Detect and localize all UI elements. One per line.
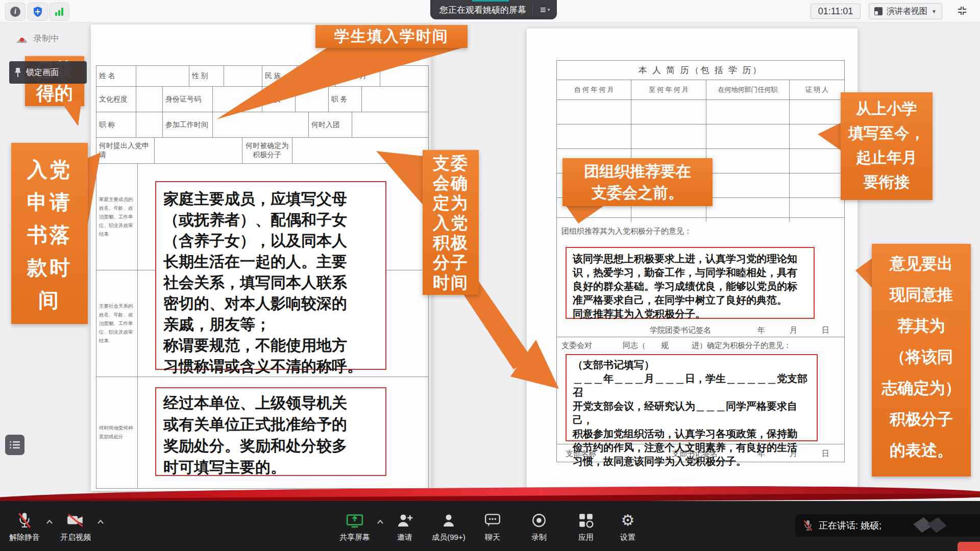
committee-line-label: 支委会对 同志（ 规 进）确定为积极分子的意见：: [561, 341, 791, 350]
unmute-button[interactable]: 解除静音: [1, 509, 48, 542]
members-icon: [440, 512, 457, 529]
form-blank: [297, 66, 335, 86]
exit-fullscreen-button[interactable]: [952, 3, 972, 18]
callout-league-before: 团组织推荐要在 支委会之前。: [562, 158, 713, 206]
form-label-social: 主要社会关系的姓名、年龄、政治面貌、工作单位、职业及政审结果: [96, 270, 138, 377]
form-label: 性 别: [189, 66, 224, 86]
form-label: 出生年月: [335, 66, 380, 86]
meeting-timer: 01:11:01: [811, 4, 861, 19]
pin-icon: [14, 67, 21, 78]
network-quality-button[interactable]: [49, 3, 69, 21]
caret-down-icon: ▾: [548, 7, 550, 12]
form-label: 职 务: [329, 87, 362, 112]
callout-apply-sign-time: 入党申请书落款时间: [11, 143, 88, 324]
form-label-award: 何时何地受何种奖励或处分: [96, 377, 138, 488]
exit-fullscreen-icon: [957, 6, 968, 16]
chat-icon: [484, 512, 501, 529]
callout-resume-range: 从上小学 填写至今， 起止年月 要衔接: [841, 92, 933, 200]
record-label: 录制: [516, 533, 562, 542]
resume-col-witness: 证 明 人: [790, 80, 844, 99]
document-page-left: 姓 名 性 别 民 族 出生年月 文化程度 身份证号码 籍 贯 职 务: [91, 24, 431, 491]
resume-col-from: 自 何 年 何 月: [557, 80, 631, 99]
video-options-chevron[interactable]: [97, 519, 104, 524]
annotation-note-award: 经过本单位、上级领导机关 或有关单位正式批准给予的 奖励处分。奖励和处分较多 时…: [155, 387, 386, 476]
form-blank: [136, 112, 163, 137]
view-mode-button[interactable]: 演讲者视图 ▼: [869, 3, 942, 19]
form-label: 民 族: [262, 66, 297, 86]
form-label: 籍 贯: [262, 87, 296, 112]
form-blank: [362, 87, 428, 112]
settings-button[interactable]: ⚙ 设置: [604, 509, 651, 542]
apps-grid-icon: [578, 512, 594, 529]
panel-toggle-button[interactable]: [5, 435, 24, 455]
form-label-family: 家庭主要成员的姓名、年龄、政治面貌、工作单位、职业及政审结果: [96, 164, 138, 270]
bottom-toolbar: 解除静音 开启视频 共享屏幕: [0, 501, 980, 551]
meeting-window: i 您正在观看姚硕的屏幕 ≡ ▾ 01:11:01: [0, 0, 980, 551]
recording-label: 录制中: [33, 33, 59, 44]
league-opinion-label: 团组织推荐其为入党积极分子的意见：: [561, 227, 692, 236]
share-screen-label: 共享屏幕: [331, 533, 378, 542]
share-screen-button[interactable]: 共享屏幕: [331, 509, 378, 542]
record-icon: [531, 512, 547, 529]
form-label: 何时被确定为 积极分子: [242, 138, 292, 163]
record-button[interactable]: 录制: [516, 509, 562, 542]
invite-person-icon: [397, 512, 413, 529]
brand-watermark: [913, 518, 957, 533]
leave-meeting-button[interactable]: [958, 542, 980, 551]
annotation-league-opinion: 该同学思想上积极要求上进，认真学习党的理论知 识，热爱学习，勤奋工作，与同学和睦…: [566, 247, 815, 319]
form-blank: [155, 138, 242, 163]
gear-icon: ⚙: [621, 513, 635, 528]
timer-value: 01:11:01: [818, 6, 853, 17]
form-blank: [292, 138, 429, 163]
members-button[interactable]: 成员(99+): [425, 509, 472, 542]
banner-menu-button[interactable]: ≡ ▾: [537, 5, 553, 14]
speaker-view-icon: [874, 7, 883, 15]
members-label: 成员(99+): [425, 533, 472, 542]
watching-banner: 您正在观看姚硕的屏幕 ≡ ▾: [430, 0, 557, 19]
lock-view-tooltip: 锁定画面: [9, 61, 87, 84]
shield-plus-icon: [33, 6, 43, 17]
form-blank: [352, 112, 429, 137]
table-divider: [556, 217, 845, 218]
apps-button[interactable]: 应用: [562, 509, 609, 542]
annotation-branch-note: （支部书记填写） ＿＿＿年＿＿＿月＿＿＿日，学生＿＿＿＿＿党支部召 开党支部会议…: [566, 354, 818, 441]
signal-bars-icon: [55, 8, 63, 16]
panel-toggle-icon: [10, 441, 20, 449]
annotation-note-family: 家庭主要成员，应填写父母 （或抚养者）、配偶和子女 （含养子女），以及同本人 长…: [155, 181, 386, 370]
unmute-label: 解除静音: [1, 533, 48, 542]
form-blank: [224, 66, 262, 86]
form-blank: [213, 112, 309, 137]
chat-button[interactable]: 聊天: [469, 509, 516, 542]
start-video-label: 开启视频: [52, 533, 99, 542]
form-blank: [380, 66, 428, 86]
callout-enroll-time: 学生填入学时间: [315, 25, 468, 48]
form-label: 参加工作时间: [163, 112, 213, 137]
apps-label: 应用: [562, 533, 609, 542]
pill-accent: [472, 0, 509, 2]
resume-title: 本 人 简 历（包 括 学 历）: [557, 61, 844, 80]
invite-button[interactable]: 邀请: [381, 509, 428, 542]
resume-col-to: 至 何 年 何 月: [631, 80, 706, 99]
note-bold: 家庭主要成员: [163, 190, 255, 207]
form-label: 姓 名: [96, 66, 136, 86]
invite-label: 邀请: [381, 533, 428, 542]
menu-icon: ≡: [540, 6, 546, 13]
camera-muted-icon: [66, 512, 85, 529]
security-button[interactable]: [28, 3, 48, 21]
caret-down-icon: ▼: [932, 9, 937, 14]
share-screen-icon: [346, 512, 364, 529]
league-sign-label: 学院团委书记签名: [650, 325, 711, 335]
league-date-label: 年 月 日: [757, 325, 832, 335]
watching-label: 您正在观看姚硕的屏幕: [439, 4, 526, 16]
chat-label: 聊天: [469, 533, 516, 542]
form-label: 文化程度: [96, 87, 136, 112]
form-blank: [213, 87, 263, 112]
speaker-mic-muted-icon: [802, 519, 814, 532]
recording-indicator: ☁ 录制中: [15, 33, 59, 44]
lock-view-label: 锁定画面: [26, 67, 59, 78]
form-label: 职 称: [96, 112, 136, 137]
settings-label: 设置: [604, 533, 651, 542]
start-video-button[interactable]: 开启视频: [52, 509, 99, 542]
form-label: 何时提出入党申请: [96, 138, 155, 163]
meeting-info-button[interactable]: i: [5, 3, 26, 21]
